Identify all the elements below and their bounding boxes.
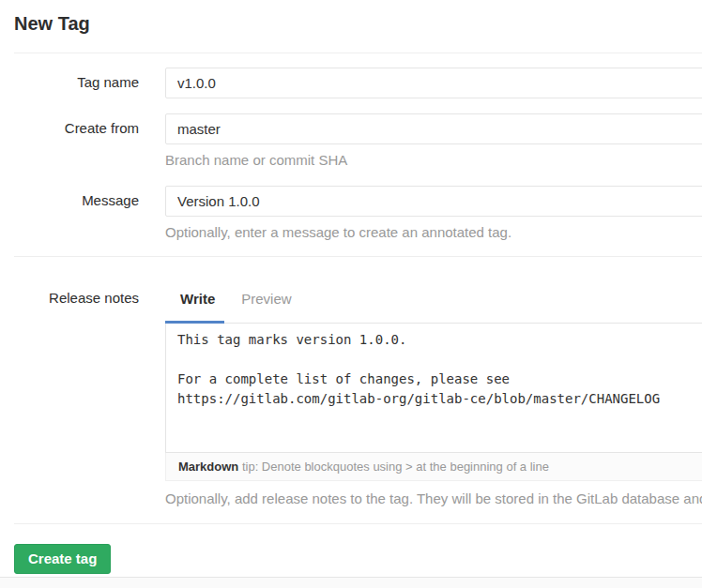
tag-name-input[interactable] <box>165 68 702 98</box>
release-notes-field-col: Write Preview This tag marks version 1.0… <box>165 283 702 507</box>
page-background-strip <box>0 578 702 588</box>
markdown-tip-text: tip: Denote blockquotes using > at the b… <box>238 460 549 474</box>
markdown-write-area: This tag marks version 1.0.0. For a comp… <box>165 323 702 481</box>
message-label: Message <box>0 186 139 209</box>
form-actions: Create tag <box>0 524 702 578</box>
release-notes-label: Release notes <box>0 283 139 307</box>
markdown-tabs: Write Preview <box>165 283 702 308</box>
create-from-input[interactable] <box>165 113 702 144</box>
message-row: Message Optionally, enter a message to c… <box>0 186 702 241</box>
new-tag-page: New Tag Tag name Create from Branch name… <box>0 0 702 588</box>
release-notes-textarea[interactable]: This tag marks version 1.0.0. For a comp… <box>165 323 702 453</box>
create-from-field-col: Branch name or commit SHA <box>165 113 702 169</box>
create-from-row: Create from Branch name or commit SHA <box>0 113 702 169</box>
section-divider <box>14 53 702 53</box>
tag-name-row: Tag name <box>0 68 702 98</box>
release-notes-help: Optionally, add release notes to the tag… <box>165 490 702 507</box>
tag-name-field-col <box>165 68 702 98</box>
release-notes-row: Release notes Write Preview This tag mar… <box>0 283 702 507</box>
tab-preview[interactable]: Preview <box>241 291 291 308</box>
message-help: Optionally, enter a message to create an… <box>165 224 702 241</box>
tag-name-label: Tag name <box>0 68 139 91</box>
section-divider <box>14 256 702 257</box>
create-tag-button[interactable]: Create tag <box>14 544 111 574</box>
markdown-tip-keyword: Markdown <box>178 460 238 474</box>
message-input[interactable] <box>165 186 702 217</box>
active-tab-indicator <box>165 321 224 324</box>
create-from-help: Branch name or commit SHA <box>165 152 702 169</box>
markdown-tip-bar: Markdown tip: Denote blockquotes using >… <box>165 453 702 481</box>
message-field-col: Optionally, enter a message to create an… <box>165 186 702 241</box>
page-title: New Tag <box>14 13 702 34</box>
tab-write[interactable]: Write <box>180 291 215 308</box>
create-from-label: Create from <box>0 113 139 137</box>
